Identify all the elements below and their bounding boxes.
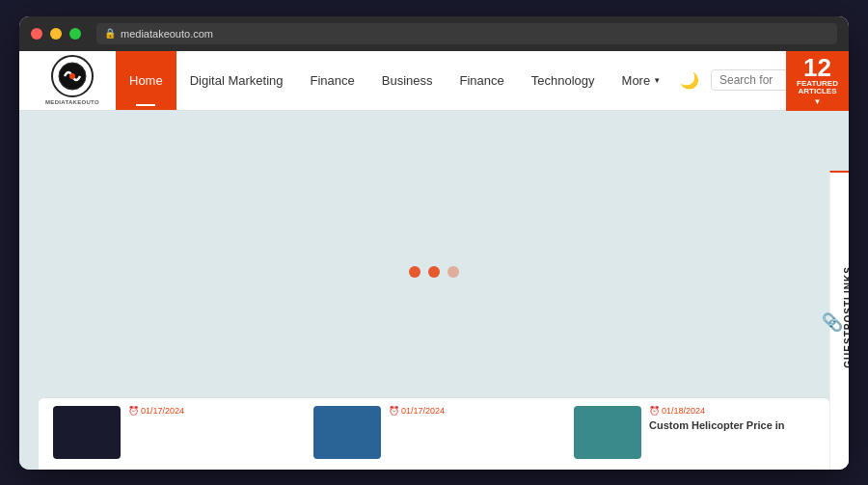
loading-dot-3 [448,266,459,278]
lock-icon: 🔒 [104,28,116,39]
logo-area[interactable]: MEDIATAKEOUTO [29,55,116,105]
chevron-down-icon: ▼ [814,97,822,106]
featured-label-bottom: ARTICLES [799,88,837,95]
nav-links: Home Digital Marketing Finance Business … [116,51,676,110]
logo-text: MEDIATAKEOUTO [45,99,99,105]
nav-item-digital-marketing[interactable]: Digital Marketing [176,51,297,111]
article-thumb-2 [313,406,381,459]
article-date-2: ⏰ 01/17/2024 [389,406,445,416]
moon-icon: 🌙 [680,71,699,90]
navbar: MEDIATAKEOUTO Home Digital Marketing Fin… [19,51,849,111]
article-date-1: ⏰ 01/17/2024 [128,406,184,416]
clock-icon: ⏰ [649,406,660,416]
main-content: ⏰ 01/17/2024 ⏰ 01/17/2024 [19,111,849,470]
article-thumb-3 [574,406,641,459]
article-card-2[interactable]: ⏰ 01/17/2024 [313,406,555,462]
loading-dots [409,266,459,278]
article-title-3: Custom Helicopter Price in [649,418,785,432]
maximize-button[interactable] [69,28,81,40]
logo-circle [51,55,94,97]
browser-chrome: 🔒 mediatakeouto.com [19,16,849,51]
nav-item-home[interactable]: Home [116,51,176,111]
guestpost-sidebar[interactable]: GUESTPOSTLINKS 🔗 [829,171,849,470]
featured-banner[interactable]: 12 FEATURED ARTICLES ▼ [786,51,849,111]
loading-dot-2 [428,266,440,278]
article-thumb-1 [53,406,121,459]
guestpost-icon: 🔗 [822,310,843,332]
clock-icon: ⏰ [128,406,139,416]
minimize-button[interactable] [50,28,62,40]
dark-mode-button[interactable]: 🌙 [676,67,703,94]
article-date-3: ⏰ 01/18/2024 [649,406,785,416]
article-card-1[interactable]: ⏰ 01/17/2024 [53,406,294,462]
svg-point-1 [69,73,75,79]
close-button[interactable] [31,28,42,40]
address-bar[interactable]: 🔒 mediatakeouto.com [96,23,837,44]
loading-dot-1 [409,266,420,278]
url-text: mediatakeouto.com [121,28,213,40]
chevron-down-icon: ▼ [653,76,661,85]
nav-item-more[interactable]: More ▼ [609,51,675,111]
website: MEDIATAKEOUTO Home Digital Marketing Fin… [19,51,849,470]
article-info-3: ⏰ 01/18/2024 Custom Helicopter Price in [649,406,785,432]
browser-window: 🔒 mediatakeouto.com MEDIATAKEOUTO Home [19,16,849,470]
nav-item-finance1[interactable]: Finance [297,51,368,111]
nav-item-business[interactable]: Business [368,51,447,111]
articles-preview: ⏰ 01/17/2024 ⏰ 01/17/2024 [39,397,829,470]
nav-item-technology[interactable]: Technology [518,51,609,111]
featured-number: 12 [803,55,831,80]
clock-icon: ⏰ [389,406,399,416]
article-info-2: ⏰ 01/17/2024 [389,406,445,416]
article-card-3[interactable]: ⏰ 01/18/2024 Custom Helicopter Price in [574,406,815,462]
article-info-1: ⏰ 01/17/2024 [128,406,184,416]
nav-item-finance2[interactable]: Finance [447,51,518,111]
guestpost-label: GUESTPOSTLINKS [843,266,849,368]
